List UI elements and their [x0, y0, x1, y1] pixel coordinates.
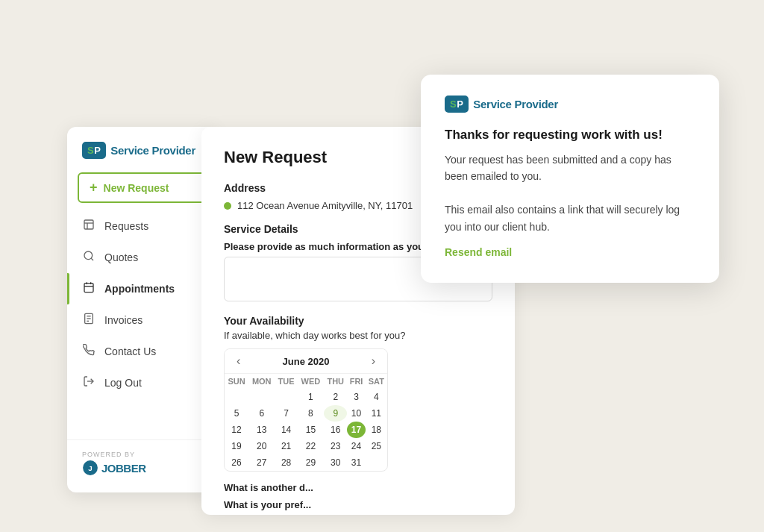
- cal-day[interactable]: [248, 389, 275, 405]
- invoices-icon: [82, 313, 96, 328]
- col-wed: WED: [298, 374, 324, 389]
- sidebar-item-requests[interactable]: Requests: [67, 210, 216, 242]
- logout-icon: [82, 375, 96, 390]
- sidebar-logo: SP Service Provider: [67, 142, 216, 172]
- svg-rect-0: [84, 220, 93, 229]
- cal-day[interactable]: 21: [275, 438, 297, 454]
- cal-day[interactable]: 24: [347, 438, 365, 454]
- address-dot: [224, 202, 231, 210]
- address-value: 112 Ocean Avenue Amityville, NY, 11701: [237, 200, 413, 211]
- confirm-body-2: This email also contains a link that wil…: [445, 201, 695, 235]
- sidebar-item-label-contact: Contact Us: [104, 345, 156, 357]
- confirm-title: Thanks for requesting work with us!: [445, 128, 695, 143]
- cal-day[interactable]: 18: [366, 422, 387, 438]
- jobber-logo-text: JOBBER: [101, 462, 146, 475]
- powered-by: POWERED BY J JOBBER: [82, 451, 201, 476]
- jobber-icon: J: [82, 460, 98, 476]
- cal-day[interactable]: 19: [225, 438, 248, 454]
- col-tue: TUE: [275, 374, 297, 389]
- col-sat: SAT: [366, 374, 387, 389]
- cal-day-today[interactable]: 17: [347, 422, 365, 438]
- cal-day[interactable]: 10: [347, 405, 365, 422]
- cal-day[interactable]: 15: [298, 422, 324, 438]
- contact-icon: [82, 344, 96, 359]
- cal-day[interactable]: 31: [347, 454, 365, 471]
- cal-day[interactable]: 11: [366, 405, 387, 422]
- confirmation-card: SP Service Provider Thanks for requestin…: [421, 75, 719, 283]
- sidebar-item-label-invoices: Invoices: [104, 314, 143, 326]
- calendar-body: 1 2 3 4 5 6 7 8 9 10 11 12 13 14: [225, 389, 387, 471]
- availability-label: Your Availability: [224, 315, 492, 327]
- calendar-month: June 2020: [283, 356, 330, 367]
- col-mon: MON: [248, 374, 275, 389]
- cal-day[interactable]: [225, 389, 248, 405]
- calendar-grid: SUN MON TUE WED THU FRI SAT 1 2 3 4: [225, 373, 387, 471]
- cal-day[interactable]: 5: [225, 405, 248, 422]
- cal-day[interactable]: 8: [298, 405, 324, 422]
- sidebar-item-logout[interactable]: Log Out: [67, 367, 216, 398]
- cal-day[interactable]: 7: [275, 405, 297, 422]
- cal-day[interactable]: 4: [366, 389, 387, 405]
- sidebar-nav: Requests Quotes Appointments Invoices Co…: [67, 210, 216, 439]
- appointments-icon: [82, 281, 96, 296]
- cal-day[interactable]: 2: [324, 389, 347, 405]
- cal-day[interactable]: [275, 389, 297, 405]
- confirm-brand-badge: SP: [445, 96, 469, 113]
- another-day-label: What is another d...: [224, 482, 492, 493]
- col-thu: THU: [324, 374, 347, 389]
- cal-day[interactable]: 29: [298, 454, 324, 471]
- cal-day[interactable]: 1: [298, 389, 324, 405]
- cal-day[interactable]: 14: [275, 422, 297, 438]
- cal-day[interactable]: 20: [248, 438, 275, 454]
- sidebar-item-quotes[interactable]: Quotes: [67, 242, 216, 273]
- powered-by-text: POWERED BY: [82, 451, 135, 458]
- resend-email-link[interactable]: Resend email: [445, 246, 512, 258]
- brand-name: Service Provider: [110, 144, 195, 157]
- requests-icon: [82, 219, 96, 234]
- date-calendar: ‹ June 2020 › SUN MON TUE WED THU FRI SA…: [224, 348, 388, 472]
- calendar-next-button[interactable]: ›: [369, 355, 378, 367]
- confirm-logo: SP Service Provider: [445, 96, 695, 113]
- sidebar-item-appointments[interactable]: Appointments: [67, 273, 216, 304]
- pref-label: What is your pref...: [224, 499, 492, 510]
- svg-line-4: [91, 258, 93, 260]
- col-fri: FRI: [347, 374, 365, 389]
- sidebar-item-label-appointments: Appointments: [104, 283, 175, 295]
- svg-text:J: J: [88, 464, 93, 472]
- confirm-brand-name: Service Provider: [473, 98, 558, 110]
- confirm-body-1: Your request has been submitted and a co…: [445, 151, 695, 185]
- cal-day[interactable]: 23: [324, 438, 347, 454]
- cal-day[interactable]: 25: [366, 438, 387, 454]
- cal-day[interactable]: 12: [225, 422, 248, 438]
- plus-icon: +: [90, 180, 98, 195]
- sidebar-item-label-requests: Requests: [104, 220, 148, 232]
- calendar-header: ‹ June 2020 ›: [225, 349, 387, 373]
- cal-day[interactable]: 30: [324, 454, 347, 471]
- cal-day[interactable]: 13: [248, 422, 275, 438]
- new-request-label: New Request: [104, 182, 169, 194]
- sidebar-item-label-logout: Log Out: [104, 377, 142, 389]
- quotes-icon: [82, 250, 96, 265]
- new-request-button[interactable]: + New Request: [78, 172, 206, 203]
- availability-sub: If available, which day works best for y…: [224, 330, 492, 341]
- cal-day[interactable]: [366, 454, 387, 471]
- sidebar-item-invoices[interactable]: Invoices: [67, 304, 216, 336]
- sidebar: SP Service Provider + New Request Reques…: [67, 127, 216, 492]
- svg-rect-5: [84, 284, 93, 292]
- cal-day[interactable]: 22: [298, 438, 324, 454]
- cal-day-highlighted[interactable]: 9: [324, 405, 347, 422]
- col-sun: SUN: [225, 374, 248, 389]
- sidebar-item-contact-us[interactable]: Contact Us: [67, 336, 216, 367]
- cal-day[interactable]: 16: [324, 422, 347, 438]
- cal-day[interactable]: 28: [275, 454, 297, 471]
- cal-day[interactable]: 3: [347, 389, 365, 405]
- cal-day[interactable]: 6: [248, 405, 275, 422]
- cal-day[interactable]: 27: [248, 454, 275, 471]
- confirm-body: Your request has been submitted and a co…: [445, 151, 695, 235]
- sidebar-footer: POWERED BY J JOBBER: [67, 439, 216, 481]
- cal-day[interactable]: 26: [225, 454, 248, 471]
- calendar-prev-button[interactable]: ‹: [234, 355, 243, 367]
- brand-badge: SP: [82, 142, 106, 159]
- svg-point-3: [84, 251, 93, 260]
- sidebar-item-label-quotes: Quotes: [104, 251, 138, 263]
